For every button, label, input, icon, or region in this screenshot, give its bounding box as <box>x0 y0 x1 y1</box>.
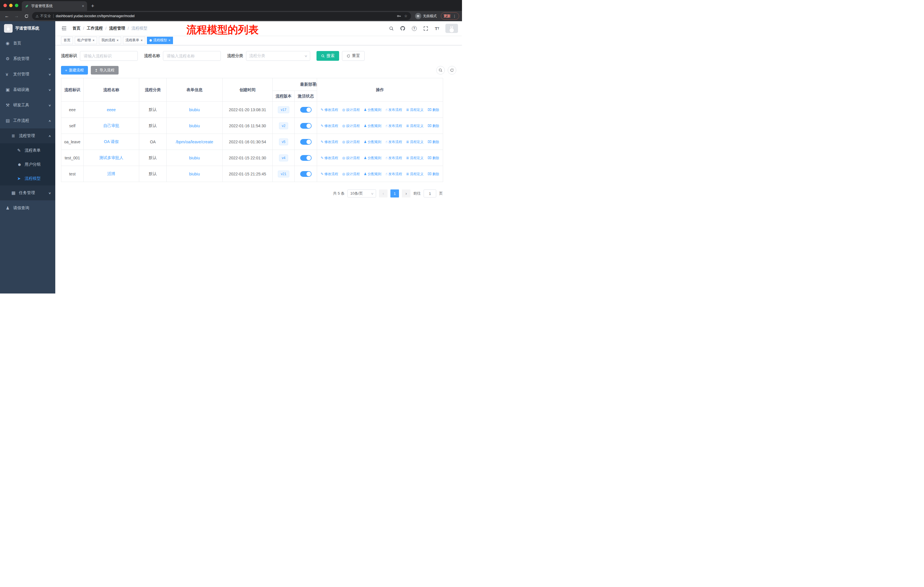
reload-button[interactable] <box>22 12 30 20</box>
new-tab-button[interactable]: + <box>91 3 94 9</box>
tab-close-icon[interactable]: × <box>82 4 84 8</box>
browser-tab[interactable]: 芋道管理系统 × <box>22 1 87 11</box>
form-info-link[interactable]: biubiu <box>189 172 200 176</box>
sidebar-item-process-form[interactable]: ✎ 流程表单 <box>0 143 55 157</box>
process-name-link[interactable]: 测试多审批人 <box>99 155 124 160</box>
page-size-select[interactable]: 10条/页 ∨ <box>347 189 376 197</box>
avatar[interactable] <box>446 24 458 33</box>
sidebar-item-user-group[interactable]: ☻ 用户分组 <box>0 157 55 171</box>
op-publish-process[interactable]: ☝发布流程 <box>386 108 402 112</box>
toggle-search-button[interactable] <box>436 66 445 74</box>
op-delete[interactable]: ⌧删除 <box>427 124 439 128</box>
address-bar[interactable]: ⚠ 不安全 dashboard.yudao.iocoder.cn/bpm/man… <box>32 12 411 20</box>
forward-button[interactable]: → <box>13 12 21 20</box>
minimize-window-button[interactable] <box>9 4 13 7</box>
hamburger-icon[interactable] <box>60 24 68 33</box>
op-process-definition[interactable]: ≣流程定义 <box>406 124 424 128</box>
form-info-link[interactable]: biubiu <box>189 124 200 128</box>
op-process-definition[interactable]: ≣流程定义 <box>406 140 424 144</box>
process-name-link[interactable]: OA 请假 <box>104 139 119 144</box>
process-name-link[interactable]: eeee <box>107 107 116 112</box>
sidebar-item-payment[interactable]: ¥ 支付管理 ∨ <box>0 66 55 82</box>
create-process-button[interactable]: + 新建流程 <box>61 66 88 74</box>
process-name-input[interactable] <box>163 51 221 61</box>
sidebar-item-home[interactable]: ◉ 首页 <box>0 36 55 51</box>
op-publish-process[interactable]: ☝发布流程 <box>386 172 402 176</box>
refresh-table-button[interactable] <box>448 66 456 74</box>
bookmark-star-icon[interactable]: ☆ <box>404 14 407 18</box>
process-category-select[interactable]: 流程分类 ∨ <box>246 51 310 61</box>
close-icon[interactable]: × <box>117 38 119 42</box>
zoom-window-button[interactable] <box>15 4 18 7</box>
github-icon[interactable] <box>398 23 408 33</box>
op-delete[interactable]: ⌧删除 <box>427 172 439 176</box>
op-delete[interactable]: ⌧删除 <box>427 140 439 144</box>
op-design-process[interactable]: ◎设计流程 <box>342 140 360 144</box>
tag-process-model[interactable]: 流程模型 × <box>147 37 173 44</box>
process-name-link[interactable]: 滔博 <box>107 171 116 176</box>
sidebar-item-system[interactable]: ⚙ 系统管理 ∨ <box>0 51 55 66</box>
reset-button[interactable]: 重置 <box>342 51 365 61</box>
op-process-definition[interactable]: ≣流程定义 <box>406 156 424 160</box>
op-assign-rule[interactable]: ♟分配规则 <box>364 172 381 176</box>
help-icon[interactable]: ? <box>409 23 419 33</box>
op-publish-process[interactable]: ☝发布流程 <box>386 124 402 128</box>
op-edit-process[interactable]: ✎修改流程 <box>321 140 338 144</box>
op-design-process[interactable]: ◎设计流程 <box>342 108 360 112</box>
op-delete[interactable]: ⌧删除 <box>427 156 439 160</box>
security-warning[interactable]: ⚠ 不安全 <box>36 14 51 19</box>
browser-menu-kebab-icon[interactable]: ⋮ <box>453 14 457 18</box>
active-toggle[interactable] <box>300 107 312 112</box>
sidebar-item-process-model[interactable]: ➤ 流程模型 <box>0 171 55 185</box>
op-edit-process[interactable]: ✎修改流程 <box>321 124 338 128</box>
form-info-link[interactable]: biubiu <box>189 155 200 160</box>
op-design-process[interactable]: ◎设计流程 <box>342 172 360 176</box>
tag-process-form[interactable]: 流程表单 × <box>123 37 145 44</box>
process-id-input[interactable] <box>80 51 138 61</box>
op-delete[interactable]: ⌧删除 <box>427 108 439 112</box>
sidebar-item-task-management[interactable]: ▦ 任务管理 ∨ <box>0 185 55 200</box>
sidebar-item-process-management[interactable]: ≣ 流程管理 ∧ <box>0 128 55 143</box>
tag-home[interactable]: 首页 <box>61 37 73 44</box>
op-edit-process[interactable]: ✎修改流程 <box>321 108 338 112</box>
process-name-link[interactable]: 自己审批 <box>103 123 119 128</box>
font-size-icon[interactable]: TT <box>432 23 442 33</box>
op-process-definition[interactable]: ≣流程定义 <box>406 172 424 176</box>
fullscreen-icon[interactable] <box>421 23 431 33</box>
form-info-link[interactable]: /bpm/oa/leave/create <box>176 140 213 144</box>
sidebar-item-devtools[interactable]: ⚒ 研发工具 ∨ <box>0 98 55 113</box>
op-assign-rule[interactable]: ♟分配规则 <box>364 124 381 128</box>
op-assign-rule[interactable]: ♟分配规则 <box>364 108 381 112</box>
tag-my-process[interactable]: 我的流程 × <box>99 37 121 44</box>
op-publish-process[interactable]: ☝发布流程 <box>386 140 402 144</box>
breadcrumb-process-management[interactable]: 流程管理 <box>109 26 125 31</box>
import-process-button[interactable]: ↥ 导入流程 <box>91 66 119 74</box>
active-toggle[interactable] <box>300 123 312 129</box>
sidebar-item-leave-query[interactable]: ♟ 请假查询 <box>0 200 55 216</box>
form-info-link[interactable]: biubiu <box>189 107 200 112</box>
sidebar-item-infrastructure[interactable]: ▣ 基础设施 ∨ <box>0 82 55 98</box>
op-process-definition[interactable]: ≣流程定义 <box>406 108 424 112</box>
close-icon[interactable]: × <box>168 38 170 42</box>
browser-update-button[interactable]: 更新 ⋮ <box>441 12 459 20</box>
next-page-button[interactable]: › <box>402 189 411 197</box>
breadcrumb-workflow[interactable]: 工作流程 <box>87 26 103 31</box>
active-toggle[interactable] <box>300 171 312 177</box>
breadcrumb-home[interactable]: 首页 <box>73 26 81 31</box>
active-toggle[interactable] <box>300 139 312 145</box>
close-icon[interactable]: × <box>140 38 143 42</box>
op-assign-rule[interactable]: ♟分配规则 <box>364 140 381 144</box>
close-window-button[interactable] <box>3 4 7 7</box>
close-icon[interactable]: × <box>92 38 94 42</box>
active-toggle[interactable] <box>300 155 312 161</box>
header-search-icon[interactable] <box>386 23 396 33</box>
back-button[interactable]: ← <box>3 12 11 20</box>
op-edit-process[interactable]: ✎修改流程 <box>321 156 338 160</box>
prev-page-button[interactable]: ‹ <box>379 189 388 197</box>
op-assign-rule[interactable]: ♟分配规则 <box>364 156 381 160</box>
tag-tenant-management[interactable]: 租户管理 × <box>75 37 97 44</box>
page-number-1[interactable]: 1 <box>390 189 399 197</box>
op-design-process[interactable]: ◎设计流程 <box>342 156 360 160</box>
sidebar-logo[interactable]: 芋道管理系统 <box>0 21 55 36</box>
goto-page-input[interactable] <box>424 189 436 197</box>
